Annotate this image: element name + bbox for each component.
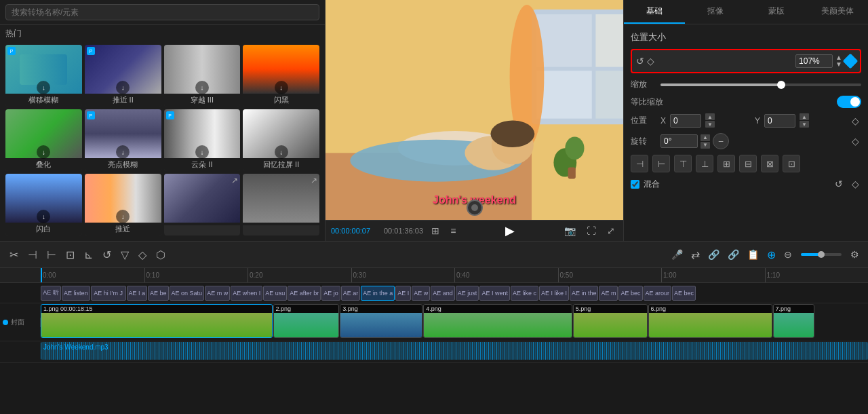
- rotation-input[interactable]: [660, 134, 698, 148]
- list-item[interactable]: P ↓ 亮点模糊: [85, 109, 161, 171]
- list-item[interactable]: P ↓ 横移模糊: [5, 45, 82, 107]
- diamond-toolbar-button[interactable]: ◇: [136, 246, 149, 264]
- vid-clip-3[interactable]: 4.png: [423, 304, 572, 338]
- audio-waveform[interactable]: John's Weekend.mp3: [41, 342, 868, 360]
- sub-clip-11[interactable]: AE ar: [341, 286, 361, 301]
- list-item[interactable]: ↓ 穿越 III: [164, 45, 241, 107]
- settings-timeline-button[interactable]: ⚙: [848, 247, 861, 262]
- split-button[interactable]: ✂: [7, 246, 21, 264]
- undo-toolbar-button[interactable]: ↺: [100, 246, 114, 264]
- y-up-arrow[interactable]: ▲: [800, 113, 809, 120]
- align-top-button[interactable]: ⊥: [696, 155, 713, 172]
- x-input[interactable]: [670, 114, 701, 128]
- vid-clip-4[interactable]: 5.png: [573, 304, 648, 338]
- align-center-v-button[interactable]: ⊞: [717, 155, 735, 172]
- grid-view-button[interactable]: ⊞: [429, 224, 442, 238]
- sub-clip-5[interactable]: AE on Satu: [170, 286, 205, 301]
- y-down-arrow[interactable]: ▼: [800, 121, 809, 128]
- sub-clip-18[interactable]: AE like c: [511, 286, 538, 301]
- fullscreen-button[interactable]: ⛶: [584, 224, 599, 238]
- undo-button[interactable]: ↺: [636, 56, 644, 67]
- distribute-h-button[interactable]: ⊠: [761, 155, 778, 172]
- download-icon[interactable]: ↓: [195, 81, 209, 94]
- trim-left-button[interactable]: ⊣: [25, 246, 40, 264]
- sub-clip-21[interactable]: AE m: [599, 286, 618, 301]
- sub-clip-10[interactable]: AE jo: [321, 286, 340, 301]
- download-icon[interactable]: ↓: [116, 81, 130, 94]
- sub-clip-2[interactable]: AE hi I'm J: [91, 286, 126, 301]
- download-icon[interactable]: ↓: [116, 145, 130, 159]
- position-diamond-button[interactable]: ◇: [849, 115, 861, 127]
- caption-button[interactable]: ≡: [448, 224, 458, 238]
- blend-undo-button[interactable]: ↺: [833, 178, 845, 190]
- list-item[interactable]: ↓ 推近: [85, 174, 161, 236]
- align-center-h-button[interactable]: ⊢: [652, 155, 670, 172]
- sub-clip-16[interactable]: AE just: [456, 286, 479, 301]
- rotation-spinner[interactable]: ▲ ▼: [701, 134, 710, 149]
- align-left-button[interactable]: ⊣: [631, 155, 648, 172]
- list-item[interactable]: ↓ 闪白: [5, 174, 82, 236]
- mic-button[interactable]: 🎤: [669, 247, 685, 262]
- hexagon-button[interactable]: ⬡: [153, 246, 168, 264]
- rotation-reset-button[interactable]: –: [713, 133, 729, 149]
- magnetic-button[interactable]: ⇄: [689, 246, 702, 263]
- x-spinner[interactable]: ▲ ▼: [705, 113, 715, 128]
- sub-clip-15[interactable]: AE and: [431, 286, 455, 301]
- sub-clip-4[interactable]: AE be: [148, 286, 169, 301]
- sub-clip-8[interactable]: AE usu: [263, 286, 287, 301]
- redo-button[interactable]: ◇: [647, 56, 654, 67]
- sub-clip-1[interactable]: AE listen: [62, 286, 90, 301]
- sub-clip-23[interactable]: AE arour: [644, 286, 672, 301]
- tab-mask[interactable]: 蒙版: [746, 0, 807, 24]
- tab-keying[interactable]: 抠像: [685, 0, 746, 24]
- x-down-arrow[interactable]: ▼: [705, 121, 715, 128]
- sub-clip-6[interactable]: AE m w: [205, 286, 230, 301]
- sub-clip-7[interactable]: AE when I: [231, 286, 262, 301]
- link-button[interactable]: 🔗: [706, 247, 722, 262]
- delete-button[interactable]: ⊡: [63, 246, 77, 264]
- tab-basic[interactable]: 基础: [624, 0, 685, 24]
- screenshot-button[interactable]: 📷: [561, 224, 578, 238]
- vid-clip-1[interactable]: 2.png: [273, 304, 340, 338]
- add-track-button[interactable]: ⊕: [765, 246, 778, 263]
- x-up-arrow[interactable]: ▲: [705, 113, 715, 120]
- zoom-input[interactable]: [795, 54, 833, 68]
- list-item[interactable]: ↓ 闪黑: [243, 45, 319, 107]
- list-item[interactable]: ↗: [243, 174, 319, 236]
- sub-clip-12[interactable]: AE in the a: [361, 286, 395, 301]
- list-item[interactable]: ↓ 叠化: [5, 109, 82, 171]
- download-icon[interactable]: ↓: [195, 145, 209, 159]
- trim-right-button[interactable]: ⊢: [44, 246, 59, 264]
- align-right-button[interactable]: ⊤: [674, 155, 692, 172]
- download-icon[interactable]: ↓: [37, 210, 50, 223]
- rotation-diamond-button[interactable]: ◇: [849, 135, 861, 147]
- list-item[interactable]: P ↓ 推近 II: [85, 45, 161, 107]
- sub-clip-13[interactable]: AE I: [395, 286, 411, 301]
- vid-clip-2[interactable]: 3.png: [340, 304, 422, 338]
- sub-clip-17[interactable]: AE I went: [479, 286, 510, 301]
- sub-clip-14[interactable]: AE w: [412, 286, 430, 301]
- download-icon[interactable]: ↓: [37, 145, 50, 159]
- list-item[interactable]: P ↓ 云朵 II: [164, 109, 241, 171]
- list-item[interactable]: ↓ 回忆拉屏 II: [243, 109, 319, 171]
- rot-up-arrow[interactable]: ▲: [701, 134, 710, 141]
- vid-clip-6[interactable]: 7.png: [773, 304, 814, 338]
- download-icon[interactable]: ↓: [275, 145, 288, 159]
- expand-button[interactable]: ⤢: [604, 224, 618, 238]
- sub-clip-19[interactable]: AE I like I: [539, 286, 569, 301]
- search-input[interactable]: [5, 4, 319, 20]
- sub-clip-0[interactable]: AE 听: [41, 286, 61, 301]
- zoom-slider[interactable]: [660, 83, 861, 86]
- y-input[interactable]: [764, 114, 795, 128]
- download-icon[interactable]: ↓: [37, 81, 50, 94]
- download-icon[interactable]: ↓: [116, 210, 130, 223]
- list-item[interactable]: ↗: [164, 174, 241, 236]
- sub-clip-22[interactable]: AE bec: [618, 286, 642, 301]
- rot-down-arrow[interactable]: ▼: [701, 142, 710, 149]
- zoom-spinner[interactable]: ▲ ▼: [835, 54, 842, 68]
- sub-clip-20[interactable]: AE in the: [570, 286, 599, 301]
- sub-clip-3[interactable]: AE I a: [127, 286, 148, 301]
- vid-clip-0[interactable]: 1.png 00:00:18:15: [41, 304, 273, 338]
- seek-handle[interactable]: [467, 200, 483, 216]
- distribute-v-button[interactable]: ⊡: [783, 155, 800, 172]
